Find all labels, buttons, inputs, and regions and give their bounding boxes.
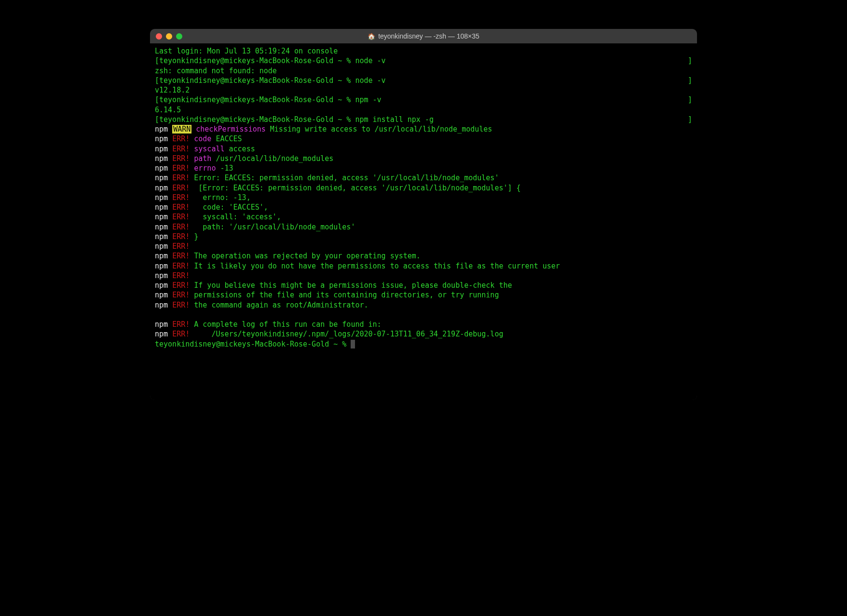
- traffic-lights: [156, 33, 182, 40]
- err-syscall-line: npm ERR! syscall access: [155, 144, 692, 154]
- err-likely-line: npm ERR! It is likely you do not have th…: [155, 261, 692, 271]
- err-perms-file-line: npm ERR! permissions of the file and its…: [155, 290, 692, 300]
- err-errno-detail-line: npm ERR! errno: -13,: [155, 193, 692, 202]
- fullscreen-button[interactable]: [176, 33, 182, 40]
- err-main-line: npm ERR! Error: EACCES: permission denie…: [155, 173, 692, 183]
- terminal-body[interactable]: Last login: Mon Jul 13 05:19:24 on conso…: [150, 43, 697, 400]
- last-login-line: Last login: Mon Jul 13 05:19:24 on conso…: [155, 46, 692, 56]
- prompt-line-1: [teyonkindisney@mickeys-MacBook-Rose-Gol…: [155, 56, 692, 66]
- final-prompt-line: teyonkindisney@mickeys-MacBook-Rose-Gold…: [155, 339, 692, 349]
- err-log-path-line: npm ERR! /Users/teyonkindisney/.npm/_log…: [155, 329, 692, 339]
- minimize-button[interactable]: [166, 33, 172, 40]
- window-title: 🏠 teyonkindisney — -zsh — 108×35: [156, 32, 691, 40]
- close-button[interactable]: [156, 33, 162, 40]
- err-path-line: npm ERR! path /usr/local/lib/node_module…: [155, 154, 692, 163]
- err-close-line: npm ERR! }: [155, 232, 692, 241]
- not-found-line: zsh: command not found: node: [155, 66, 692, 76]
- warn-badge: WARN: [172, 125, 191, 134]
- prompt-line-2: [teyonkindisney@mickeys-MacBook-Rose-Gol…: [155, 76, 692, 85]
- err-detail-open-line: npm ERR! [Error: EACCES: permission deni…: [155, 183, 692, 193]
- warn-line: npm WARN checkPermissions Missing write …: [155, 124, 692, 134]
- err-blank-line-1: npm ERR!: [155, 241, 692, 251]
- err-errno-line: npm ERR! errno -13: [155, 163, 692, 173]
- err-code-detail-line: npm ERR! code: 'EACCES',: [155, 202, 692, 212]
- err-believe-line: npm ERR! If you believe this might be a …: [155, 281, 692, 290]
- home-icon: 🏠: [368, 33, 375, 40]
- err-complete-log-line: npm ERR! A complete log of this run can …: [155, 320, 692, 329]
- prompt-line-4: [teyonkindisney@mickeys-MacBook-Rose-Gol…: [155, 115, 692, 124]
- err-code-line: npm ERR! code EACCES: [155, 134, 692, 144]
- err-command-root-line: npm ERR! the command again as root/Admin…: [155, 300, 692, 310]
- err-operation-line: npm ERR! The operation was rejected by y…: [155, 251, 692, 261]
- prompt-line-3: [teyonkindisney@mickeys-MacBook-Rose-Gol…: [155, 95, 692, 105]
- cursor: [351, 340, 355, 348]
- title-text: teyonkindisney — -zsh — 108×35: [378, 32, 479, 40]
- npm-version-line: 6.14.5: [155, 105, 692, 115]
- err-blank-line-2: npm ERR!: [155, 271, 692, 281]
- err-path-detail-line: npm ERR! path: '/usr/local/lib/node_modu…: [155, 222, 692, 232]
- err-syscall-detail-line: npm ERR! syscall: 'access',: [155, 212, 692, 222]
- titlebar[interactable]: 🏠 teyonkindisney — -zsh — 108×35: [150, 29, 697, 43]
- blank-line: [155, 310, 692, 320]
- node-version-line: v12.18.2: [155, 85, 692, 95]
- terminal-window: 🏠 teyonkindisney — -zsh — 108×35 Last lo…: [150, 29, 697, 400]
